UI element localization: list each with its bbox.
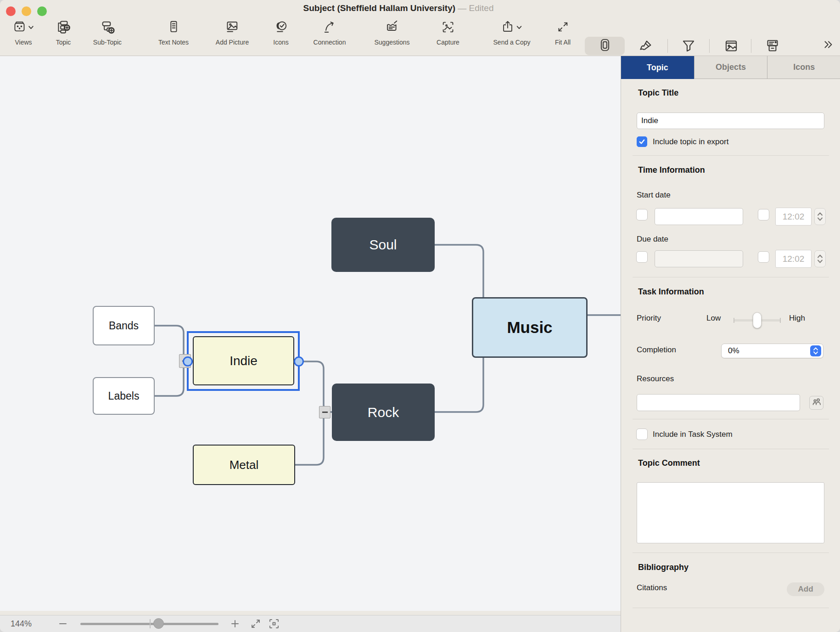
start-time-stepper[interactable] [814,208,826,225]
topic-node-metal[interactable]: Metal [193,445,295,485]
add-topic-icon [56,20,71,36]
due-date-input[interactable] [655,250,743,267]
icons-stamp-icon [274,20,288,36]
completion-stepper-icon [810,345,821,356]
connection-icon [323,20,336,36]
inspector-toggle-button[interactable] [585,37,625,55]
zoom-in-button[interactable] [230,619,240,631]
filter-button[interactable] [681,39,696,55]
topic-node-music-root[interactable]: Music [472,297,588,358]
format-brush-button[interactable] [638,39,653,55]
people-icon [811,396,822,409]
image-icon [724,47,739,55]
fit-all-button[interactable]: Fit All [555,20,571,46]
topic-node-indie-selected[interactable]: Indie [193,336,294,385]
due-time-value[interactable]: 12:02 [775,250,812,268]
selection-handle-right[interactable] [294,356,304,367]
include-task-system-checkbox[interactable] [636,429,648,440]
section-divider [633,419,829,419]
tab-objects[interactable]: Objects [694,56,768,79]
statusbar: 144% [0,615,621,632]
archive-button[interactable] [765,39,780,55]
views-button[interactable]: Views [13,20,34,46]
add-topic-button[interactable]: Topic [56,20,71,46]
start-time-checkbox[interactable] [758,209,769,220]
topic-node-bands[interactable]: Bands [93,306,155,345]
media-button[interactable] [724,39,739,55]
panel-toggle-icon [598,38,612,54]
inspector-panel: Topic Objects Icons Topic Title Include … [621,56,840,632]
suggestions-icon [385,20,399,36]
resources-people-button[interactable] [809,396,823,410]
completion-label: Completion [637,345,676,355]
topic-comment-textarea[interactable] [637,482,824,543]
mindmap-canvas[interactable]: Bands Labels Indie Metal Soul Rock Music [0,56,621,611]
collapse-handle-rock[interactable] [319,406,330,418]
priority-slider-handle[interactable] [753,312,762,328]
zoom-out-button[interactable] [58,619,68,631]
citations-label: Citations [637,583,667,592]
zoom-level: 144% [11,619,32,629]
toolbar-overflow-button[interactable] [823,39,834,52]
tab-icons[interactable]: Icons [767,56,840,79]
section-divider [633,277,829,277]
due-time-checkbox[interactable] [758,251,769,263]
add-subtopic-button[interactable]: Sub-Topic [93,20,122,46]
priority-low-label: Low [706,314,721,323]
topic-label: Soul [369,237,397,253]
topic-node-labels[interactable]: Labels [93,377,155,415]
priority-label: Priority [637,314,661,323]
slider-end-tick [780,318,781,323]
completion-dropdown[interactable]: 0% [721,344,823,358]
due-date-checkbox[interactable] [636,251,648,263]
topic-node-rock[interactable]: Rock [332,384,435,441]
bibliography-heading: Bibliography [638,563,689,572]
include-task-system-label: Include in Task System [653,430,733,439]
zoom-slider-handle[interactable] [153,618,164,629]
topic-node-soul[interactable]: Soul [331,218,435,272]
topic-label: Rock [368,405,399,420]
toolbar-separator [751,39,751,53]
send-copy-button[interactable]: Send a Copy [493,20,531,46]
icons-button[interactable]: Icons [273,20,288,46]
tab-topic[interactable]: Topic [621,56,694,79]
priority-high-label: High [789,314,805,323]
close-window-button[interactable] [6,6,16,16]
app-window: Subject (Sheffield Hallam University) — … [0,0,840,632]
zoom-slider-center-tick [150,619,151,628]
slider-end-tick [734,318,734,323]
connection-button[interactable]: Connection [314,20,346,46]
start-date-input[interactable] [655,208,743,225]
start-time-value[interactable]: 12:02 [775,208,812,226]
minimize-window-button[interactable] [22,6,31,16]
titlebar: Subject (Sheffield Hallam University) — … [0,0,840,17]
text-notes-button[interactable]: Text Notes [158,20,189,46]
selection-handle-left[interactable] [183,356,193,367]
topic-label: Music [507,318,552,337]
add-subtopic-icon [100,20,114,36]
include-export-checkbox[interactable] [637,136,647,147]
fit-all-icon [556,20,569,35]
start-date-checkbox[interactable] [636,209,648,220]
topic-label: Metal [230,458,259,472]
zoom-window-button[interactable] [37,6,47,16]
fit-map-button[interactable] [250,618,262,632]
add-citation-button[interactable]: Add [787,582,824,596]
paintbrush-icon [638,47,653,55]
chevron-down-icon [28,24,34,32]
funnel-icon [681,47,696,55]
send-copy-icon [501,20,515,35]
toolbar: Views Topic Sub-Topic Text Notes Add Pic… [0,17,840,56]
section-divider [633,155,829,156]
start-date-label: Start date [637,191,671,200]
topic-title-input[interactable] [637,113,824,129]
suggestions-button[interactable]: Suggestions [374,20,409,46]
section-divider [633,553,829,553]
chevron-down-icon [516,24,522,32]
center-selection-button[interactable] [268,618,280,632]
resources-input[interactable] [637,394,800,411]
capture-button[interactable]: Capture [437,20,459,46]
window-title: Subject (Sheffield Hallam University) — … [303,3,494,13]
due-time-stepper[interactable] [814,250,826,267]
add-picture-button[interactable]: Add Picture [216,20,249,46]
